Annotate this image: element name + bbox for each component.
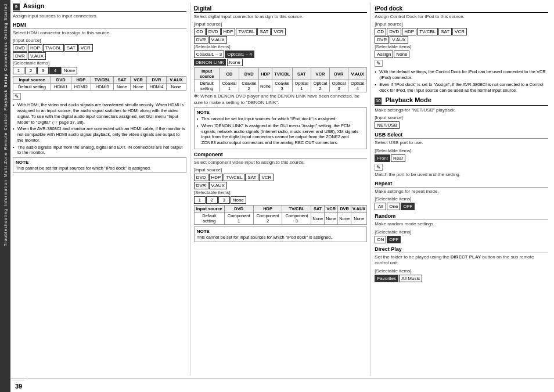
dig-th-tvcbl: TV/CBL <box>272 68 293 80</box>
hdmi-input-source-label: [Input source] <box>13 38 186 43</box>
sidebar-item-connections[interactable]: Connections <box>3 42 8 71</box>
dig-th-hdp: HDP <box>259 68 272 80</box>
direct-title: Direct Play <box>375 246 548 253</box>
dig-src-dvd[interactable]: DVD <box>206 28 221 35</box>
repeat-selectable-label: [Selectable items] <box>375 196 548 202</box>
random-on-btn[interactable]: ON <box>375 236 386 243</box>
comp-src-hdp[interactable]: HDP <box>209 174 224 181</box>
comp-note: NOTE This cannot be set for input source… <box>194 226 368 242</box>
hdmi-src-dvd[interactable]: DVD <box>13 44 27 52</box>
hdmi-sel-none[interactable]: None <box>62 67 77 74</box>
usb-rear-btn[interactable]: Rear <box>391 154 405 162</box>
dig-val-vcr: Optical 2 <box>311 80 329 92</box>
random-title: Random <box>375 213 548 220</box>
hdmi-sel-1[interactable]: 1 <box>13 67 24 74</box>
dig-val-dvr: Optical 3 <box>329 80 348 92</box>
hdmi-sel-4[interactable]: 4 <box>49 67 61 74</box>
hdmi-src-dvr[interactable]: DVR <box>13 52 27 60</box>
comp-selectable-buttons: 1 2 3 None <box>194 196 368 204</box>
net-usb-btn[interactable]: NET/USB <box>375 121 400 129</box>
dig-sel-optical[interactable]: Optical1 – 4 <box>225 51 254 58</box>
hdmi-src-tvcbl[interactable]: TV/CBL <box>43 44 64 52</box>
comp-selectable-label: [Selectable items] <box>194 190 368 195</box>
dig-src-vaux[interactable]: V.AUX <box>209 36 227 44</box>
denon-link-btn[interactable]: DENON LINK <box>194 59 226 66</box>
comp-sel-2[interactable]: 2 <box>206 196 218 204</box>
ipod-src-cd[interactable]: CD <box>375 28 386 35</box>
hdmi-th-hdp: HDP <box>71 77 91 84</box>
ipod-sel-assign[interactable]: Assign <box>375 51 393 58</box>
hdmi-val-vcr: None <box>130 84 146 91</box>
comp-sel-1[interactable]: 1 <box>194 196 206 204</box>
dig-th-dvd: DVD <box>239 68 259 80</box>
hdmi-val-hdp: HDMI2 <box>71 84 91 91</box>
hdmi-th-dvr: DVR <box>146 77 167 84</box>
sidebar-item-troubleshooting[interactable]: Troubleshooting <box>3 208 8 246</box>
hdmi-val-dvd: HDMI1 <box>51 84 71 91</box>
dig-th-vcr: VCR <box>311 68 329 80</box>
hdmi-sel-2[interactable]: 2 <box>25 67 37 74</box>
dig-src-dvr[interactable]: DVR <box>194 36 208 44</box>
ipod-desc: Assign Control Dock for iPod to this sou… <box>375 14 548 20</box>
ipod-src-sat[interactable]: SAT <box>438 28 452 35</box>
comp-src-dvd[interactable]: DVD <box>194 174 208 181</box>
digital-star-note: ✽: When a DENON DVD player and the DENON… <box>194 93 368 106</box>
sidebar: Getting Started Connections Setup Playba… <box>0 0 10 392</box>
direct-favorites-btn[interactable]: Favorites <box>375 275 398 282</box>
dig-src-cd[interactable]: CD <box>194 28 206 35</box>
ipod-src-dvd[interactable]: DVD <box>387 28 401 35</box>
sidebar-item-getting-started[interactable]: Getting Started <box>3 3 8 39</box>
comp-sel-3[interactable]: 3 <box>218 196 230 204</box>
sidebar-item-remote[interactable]: Remote Control <box>3 113 8 150</box>
dig-sel-coaxial[interactable]: Coaxial1 – 3 <box>194 51 224 58</box>
repeat-all-btn[interactable]: All <box>375 203 386 210</box>
ipod-src-hdp[interactable]: HDP <box>402 28 416 35</box>
ipod-src-dvr[interactable]: DVR <box>375 36 389 44</box>
comp-src-dvr[interactable]: DVR <box>194 182 208 189</box>
sidebar-item-info[interactable]: Information <box>3 179 8 206</box>
denon-none-label[interactable]: None <box>227 59 243 66</box>
hdmi-selectable-buttons: 1 2 3 4 None <box>13 67 186 74</box>
sidebar-item-multizone[interactable]: Multi-Zone <box>3 152 8 177</box>
digital-table: Input source CD DVD HDP TV/CBL SAT VCR D… <box>194 67 368 92</box>
comp-src-vcr[interactable]: VCR <box>259 174 274 181</box>
page-footer: 39 <box>10 378 554 392</box>
hdmi-sel-3[interactable]: 3 <box>37 67 49 74</box>
direct-allmusic-btn[interactable]: All Music <box>399 275 422 282</box>
playback-num: 10 <box>375 98 382 105</box>
digital-desc: Select digital input connector to assign… <box>194 14 368 20</box>
playback-net-usb: NET/USB <box>375 121 548 129</box>
comp-src-vaux[interactable]: V.AUX <box>209 182 227 189</box>
usb-front-btn[interactable]: Front <box>375 154 390 162</box>
ipod-src-vcr[interactable]: VCR <box>452 28 467 35</box>
repeat-selectable-buttons: All One OFF <box>375 203 548 210</box>
comp-src-tvcbl[interactable]: TV/CBL <box>224 174 244 181</box>
sidebar-item-playback[interactable]: Playback <box>3 89 8 110</box>
usb-select-desc: Select USB port to use. <box>375 140 548 146</box>
playback-title-text: Playback Mode <box>385 96 431 103</box>
comp-src-sat[interactable]: SAT <box>245 174 258 181</box>
ipod-bullet-2: Even if "iPod dock" is set to "Assign", … <box>375 82 548 93</box>
hdmi-src-hdp[interactable]: HDP <box>28 44 42 52</box>
usb-select-title: USB Select <box>375 132 548 139</box>
dig-src-vcr[interactable]: VCR <box>271 28 286 35</box>
sidebar-item-setup[interactable]: Setup <box>3 73 8 87</box>
digital-title: Digital <box>194 5 368 13</box>
hdmi-src-sat[interactable]: SAT <box>64 44 78 52</box>
dig-src-sat[interactable]: SAT <box>257 28 271 35</box>
hdmi-title: HDMI <box>13 22 186 29</box>
dig-src-hdp[interactable]: HDP <box>221 28 236 35</box>
dig-src-tvcbl[interactable]: TV/CBL <box>236 28 257 35</box>
hdmi-th-dvd: DVD <box>51 77 71 84</box>
ipod-src-vaux[interactable]: V.AUX <box>390 36 408 44</box>
digital-note: NOTE This cannot be set for input source… <box>194 107 368 149</box>
repeat-off-btn[interactable]: OFF <box>401 203 415 210</box>
random-selectable-buttons: ON OFF <box>375 236 548 243</box>
hdmi-src-vaux[interactable]: V.AUX <box>28 52 46 60</box>
ipod-src-tvcbl[interactable]: TV/CBL <box>417 28 438 35</box>
ipod-sel-none[interactable]: None <box>394 51 409 58</box>
random-off-btn[interactable]: OFF <box>387 236 401 243</box>
repeat-one-btn[interactable]: One <box>387 203 400 210</box>
hdmi-src-vcr[interactable]: VCR <box>78 44 93 52</box>
comp-sel-none[interactable]: None <box>231 196 246 204</box>
